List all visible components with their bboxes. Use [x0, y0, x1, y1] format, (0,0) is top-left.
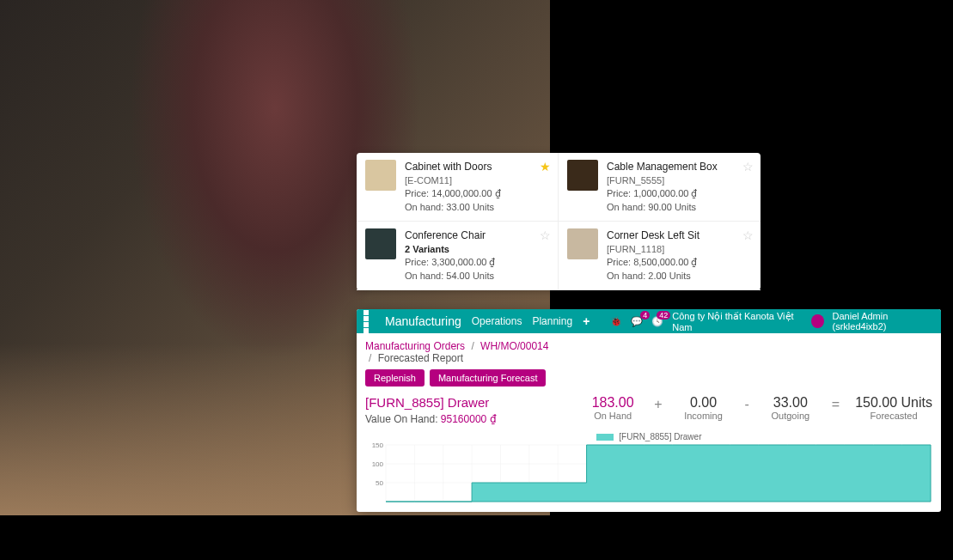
outgoing-value: 33.00 — [765, 395, 816, 411]
product-sku: [FURN_5555] — [607, 174, 752, 187]
forecasted-label: Forecasted — [855, 411, 932, 421]
manufacturing-forecast-button[interactable]: Manufacturing Forecast — [430, 369, 547, 387]
user-avatar[interactable] — [811, 314, 823, 328]
incoming-value: 0.00 — [677, 395, 729, 411]
product-name: Conference Chair — [405, 228, 549, 243]
product-sku: [FURN_1118] — [607, 243, 752, 256]
favorite-star-icon[interactable]: ☆ — [742, 160, 754, 173]
favorite-star-icon[interactable]: ★ — [540, 160, 551, 173]
forecasted-value: 150.00 Units — [855, 395, 932, 411]
product-onhand: On hand: 33.00 Units — [405, 201, 549, 214]
incoming-label: Incoming — [677, 411, 729, 421]
product-price: Price: 14,000,000.00 ₫ — [405, 187, 549, 200]
debug-icon[interactable]: 🐞 — [610, 316, 622, 327]
svg-text:100: 100 — [372, 460, 384, 468]
plus-op: + — [654, 395, 662, 412]
chart-legend: [FURN_8855] Drawer — [365, 432, 932, 441]
favorite-star-icon[interactable]: ☆ — [540, 228, 551, 242]
product-name: Cable Management Box — [607, 160, 752, 174]
product-kanban: Cabinet with Doors [E-COM11] Price: 14,0… — [357, 153, 761, 290]
svg-text:50: 50 — [376, 479, 383, 487]
product-thumb — [365, 160, 396, 191]
apps-icon[interactable] — [363, 310, 375, 333]
replenish-button[interactable]: Replenish — [365, 369, 425, 387]
product-price: Price: 3,300,000.00 ₫ — [405, 256, 549, 269]
product-thumb — [567, 160, 598, 191]
product-card[interactable]: Cable Management Box [FURN_5555] Price: … — [559, 153, 761, 222]
new-icon[interactable]: + — [583, 314, 590, 328]
product-price: Price: 8,500,000.00 ₫ — [607, 256, 752, 269]
onhand-label: On Hand — [587, 411, 638, 421]
breadcrumb-mo[interactable]: WH/MO/00014 — [480, 340, 548, 352]
product-name: Corner Desk Left Sit — [607, 228, 752, 243]
product-onhand: On hand: 54.00 Units — [405, 270, 549, 283]
product-card[interactable]: Corner Desk Left Sit [FURN_1118] Price: … — [559, 222, 761, 290]
menu-operations[interactable]: Operations — [472, 315, 522, 327]
company-name[interactable]: Công ty Nội thất Kanota Việt Nam — [672, 311, 803, 332]
product-name: Cabinet with Doors — [405, 160, 549, 174]
outgoing-label: Outgoing — [765, 411, 816, 421]
legend-swatch — [596, 434, 614, 441]
product-sku: [E-COM11] — [405, 174, 549, 187]
value-on-hand: 95160000 ₫ — [441, 413, 497, 425]
product-price: Price: 1,000,000.00 ₫ — [607, 187, 752, 200]
product-card[interactable]: Cabinet with Doors [E-COM11] Price: 14,0… — [357, 153, 559, 222]
breadcrumb-current: Forecasted Report — [378, 352, 463, 364]
manufacturing-window: Manufacturing Operations Planning + 🐞 💬4… — [357, 309, 941, 512]
menu-planning[interactable]: Planning — [532, 315, 572, 327]
product-onhand: On hand: 2.00 Units — [607, 270, 752, 283]
product-card[interactable]: Conference Chair 2 Variants Price: 3,300… — [357, 222, 559, 290]
value-on-hand-label: Value On Hand: — [365, 413, 438, 425]
top-navbar: Manufacturing Operations Planning + 🐞 💬4… — [357, 309, 941, 333]
product-thumb — [567, 228, 598, 259]
svg-text:150: 150 — [372, 443, 384, 449]
product-variants: 2 Variants — [405, 243, 549, 256]
product-title: [FURN_8855] Drawer — [365, 395, 571, 410]
product-thumb — [365, 228, 396, 259]
product-onhand: On hand: 90.00 Units — [607, 201, 752, 214]
legend-label: [FURN_8855] Drawer — [619, 432, 701, 441]
breadcrumb: Manufacturing Orders / WH/MO/00014 / For… — [365, 340, 932, 364]
messages-icon[interactable]: 💬4 — [631, 316, 643, 327]
breadcrumb-root[interactable]: Manufacturing Orders — [365, 340, 465, 352]
activities-icon[interactable]: 🕓42 — [651, 316, 663, 327]
minus-op: - — [744, 395, 748, 412]
onhand-value: 183.00 — [587, 395, 638, 411]
user-name[interactable]: Daniel Admin (srkled4ixb2) — [833, 311, 934, 332]
favorite-star-icon[interactable]: ☆ — [742, 228, 754, 242]
forecast-chart: 50100150 — [365, 443, 932, 503]
equals-op: = — [832, 395, 840, 412]
app-name[interactable]: Manufacturing — [385, 314, 461, 328]
